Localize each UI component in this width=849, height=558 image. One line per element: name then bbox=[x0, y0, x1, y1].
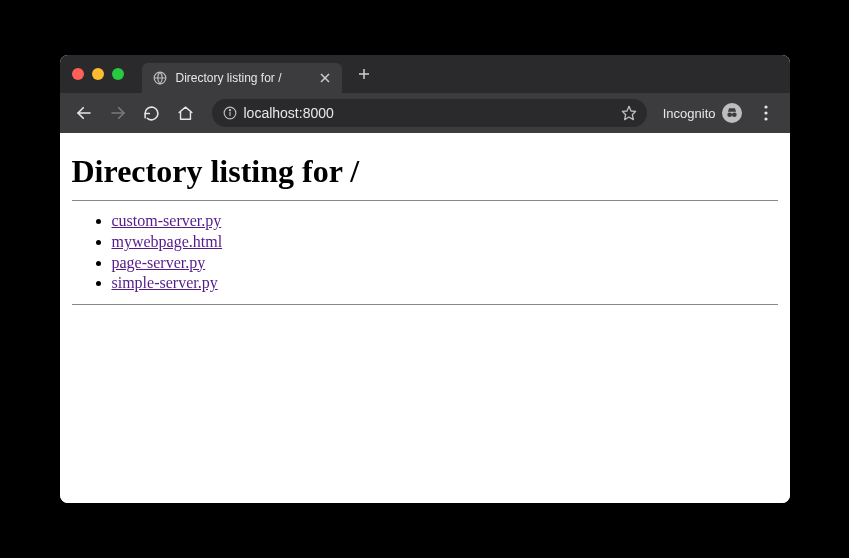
tab-title: Directory listing for / bbox=[176, 71, 310, 85]
list-item: simple-server.py bbox=[112, 273, 778, 294]
page-content: Directory listing for / custom-server.py… bbox=[60, 133, 790, 503]
file-link[interactable]: mywebpage.html bbox=[112, 233, 223, 250]
back-button[interactable] bbox=[70, 99, 98, 127]
new-tab-button[interactable] bbox=[352, 62, 376, 86]
browser-tab[interactable]: Directory listing for / bbox=[142, 63, 342, 93]
reload-button[interactable] bbox=[138, 99, 166, 127]
file-link[interactable]: page-server.py bbox=[112, 254, 206, 271]
incognito-icon bbox=[722, 103, 742, 123]
toolbar: Incognito bbox=[60, 93, 790, 133]
incognito-label: Incognito bbox=[663, 106, 716, 121]
list-item: custom-server.py bbox=[112, 211, 778, 232]
list-item: mywebpage.html bbox=[112, 232, 778, 253]
window-close-button[interactable] bbox=[72, 68, 84, 80]
svg-point-17 bbox=[764, 117, 767, 120]
svg-rect-14 bbox=[730, 114, 732, 115]
menu-button[interactable] bbox=[752, 99, 780, 127]
window-maximize-button[interactable] bbox=[112, 68, 124, 80]
bookmark-icon[interactable] bbox=[621, 105, 637, 121]
divider bbox=[72, 304, 778, 305]
file-list: custom-server.py mywebpage.html page-ser… bbox=[72, 211, 778, 294]
file-link[interactable]: custom-server.py bbox=[112, 212, 222, 229]
address-bar[interactable] bbox=[212, 99, 647, 127]
forward-button[interactable] bbox=[104, 99, 132, 127]
browser-window: Directory listing for / bbox=[60, 55, 790, 503]
traffic-lights bbox=[72, 68, 124, 80]
window-minimize-button[interactable] bbox=[92, 68, 104, 80]
titlebar: Directory listing for / bbox=[60, 55, 790, 93]
svg-marker-11 bbox=[622, 106, 635, 119]
svg-point-15 bbox=[764, 105, 767, 108]
home-button[interactable] bbox=[172, 99, 200, 127]
incognito-indicator[interactable]: Incognito bbox=[659, 103, 746, 123]
svg-point-16 bbox=[764, 111, 767, 114]
site-info-icon[interactable] bbox=[222, 105, 238, 121]
page-heading: Directory listing for / bbox=[72, 153, 778, 190]
globe-icon bbox=[152, 70, 168, 86]
divider bbox=[72, 200, 778, 201]
url-input[interactable] bbox=[244, 105, 615, 121]
list-item: page-server.py bbox=[112, 253, 778, 274]
tab-close-button[interactable] bbox=[318, 71, 332, 85]
svg-point-10 bbox=[229, 110, 230, 111]
file-link[interactable]: simple-server.py bbox=[112, 274, 218, 291]
